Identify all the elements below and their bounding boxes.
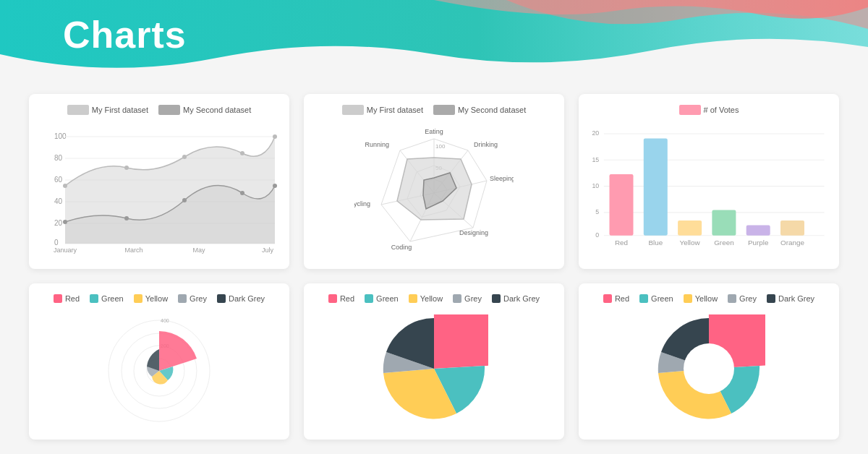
polar-legend-yellow: Yellow: [134, 294, 168, 303]
pie-legend-red: Red: [328, 294, 354, 303]
doughnut-legend-yellow: Yellow: [684, 294, 718, 303]
pie-legend-color-darkgrey: [492, 294, 501, 303]
svg-rect-59: [678, 220, 702, 236]
svg-point-75: [684, 343, 734, 394]
radar-legend-color-1: [342, 105, 364, 115]
radar-chart-legend: My First dataset My Second dataset: [342, 105, 526, 115]
polar-legend-label-green: Green: [101, 294, 124, 303]
svg-text:80: 80: [54, 154, 63, 162]
doughnut-legend-darkgrey: Dark Grey: [767, 294, 814, 303]
pie-legend-color-yellow: [409, 294, 417, 303]
doughnut-chart-legend: Red Green Yellow Grey Dark Grey: [603, 294, 814, 303]
pie-legend-label-green: Green: [376, 294, 399, 303]
polar-legend-label-yellow: Yellow: [145, 294, 168, 303]
svg-text:100: 100: [54, 132, 67, 140]
radar-chart-card: My First dataset My Second dataset: [304, 94, 564, 269]
svg-text:Green: Green: [714, 239, 734, 247]
doughnut-legend-color-grey: [728, 294, 736, 303]
svg-text:60: 60: [54, 176, 63, 184]
line-chart: 100 80 60 40 20 0: [40, 121, 278, 258]
svg-rect-60: [712, 210, 736, 236]
doughnut-legend-color-green: [639, 294, 648, 303]
polar-chart-legend: Red Green Yellow Grey Dark Grey: [54, 294, 265, 303]
svg-text:March: March: [124, 247, 142, 254]
svg-text:15: 15: [592, 156, 599, 163]
bar-legend-color-1: [679, 105, 701, 115]
radar-chart: 50 100: [354, 121, 514, 258]
bar-chart-legend: # of Votes: [679, 105, 739, 115]
doughnut-legend-label-green: Green: [651, 294, 673, 303]
polar-legend-darkgrey: Dark Grey: [217, 294, 265, 303]
svg-text:100: 100: [435, 143, 446, 150]
svg-point-14: [182, 155, 187, 159]
pie-chart: [380, 309, 488, 429]
polar-legend-color-yellow: [134, 294, 142, 303]
polar-chart: 400 200: [101, 309, 217, 429]
svg-text:40: 40: [54, 197, 63, 205]
svg-text:10: 10: [592, 182, 599, 189]
svg-text:20: 20: [592, 129, 599, 137]
legend-color-1: [67, 105, 89, 115]
pie-legend-label-red: Red: [340, 294, 354, 303]
radar-legend-label-2: My Second dataset: [458, 106, 526, 114]
legend-item-2: My Second dataset: [158, 105, 251, 115]
legend-item-1: My First dataset: [67, 105, 148, 115]
svg-text:May: May: [192, 247, 205, 254]
svg-point-20: [240, 191, 244, 195]
polar-legend-label-grey: Grey: [190, 294, 207, 303]
radar-legend-label-1: My First dataset: [367, 106, 423, 114]
pie-legend-label-darkgrey: Dark Grey: [503, 294, 540, 303]
doughnut-chart: [653, 309, 765, 429]
doughnut-legend-label-darkgrey: Dark Grey: [778, 294, 814, 303]
polar-legend-color-green: [90, 294, 98, 303]
svg-rect-62: [780, 220, 804, 236]
svg-text:Cycling: Cycling: [354, 200, 370, 207]
doughnut-legend-label-red: Red: [615, 294, 629, 303]
bar-legend-item-1: # of Votes: [679, 105, 739, 115]
pie-chart-legend: Red Green Yellow Grey Dark Grey: [328, 294, 540, 303]
doughnut-legend-color-darkgrey: [767, 294, 775, 303]
svg-text:Purple: Purple: [748, 239, 769, 247]
pie-legend-yellow: Yellow: [409, 294, 443, 303]
charts-container: My First dataset My Second dataset 100 8…: [29, 94, 839, 440]
doughnut-legend-label-grey: Grey: [739, 294, 757, 303]
svg-text:Yellow: Yellow: [679, 239, 700, 247]
svg-point-12: [63, 184, 67, 188]
doughnut-legend-grey: Grey: [728, 294, 757, 303]
legend-label-2: My Second dataset: [183, 106, 251, 114]
svg-point-13: [124, 166, 129, 170]
svg-point-15: [240, 151, 244, 155]
svg-point-16: [273, 134, 277, 139]
pie-legend-label-yellow: Yellow: [420, 294, 443, 303]
doughnut-legend-label-yellow: Yellow: [695, 294, 718, 303]
svg-text:Red: Red: [615, 239, 628, 247]
line-chart-card: My First dataset My Second dataset 100 8…: [29, 94, 289, 269]
svg-text:20: 20: [54, 219, 63, 227]
svg-text:July: July: [262, 247, 274, 254]
legend-label-1: My First dataset: [92, 106, 148, 114]
bar-chart-card: # of Votes 20 15 10 5 0: [579, 94, 839, 269]
bar-chart: 20 15 10 5 0: [590, 121, 828, 258]
polar-legend-red: Red: [54, 294, 80, 303]
svg-text:0: 0: [54, 239, 59, 247]
svg-rect-61: [746, 226, 770, 236]
polar-chart-card: Red Green Yellow Grey Dark Grey: [29, 283, 289, 440]
svg-text:Drinking: Drinking: [474, 141, 498, 148]
legend-color-2: [158, 105, 180, 115]
page-title: Charts: [63, 13, 187, 56]
doughnut-legend-color-red: [603, 294, 612, 303]
svg-text:January: January: [54, 247, 77, 254]
radar-legend-color-2: [433, 105, 455, 115]
svg-point-18: [124, 216, 129, 220]
svg-point-21: [273, 184, 277, 188]
pie-legend-grey: Grey: [453, 294, 482, 303]
bar-legend-label-1: # of Votes: [704, 106, 739, 114]
pie-legend-color-green: [365, 294, 373, 303]
pie-legend-label-grey: Grey: [464, 294, 482, 303]
pie-chart-card: Red Green Yellow Grey Dark Grey: [304, 283, 564, 440]
doughnut-legend-red: Red: [603, 294, 629, 303]
svg-rect-58: [644, 139, 668, 236]
pie-legend-color-red: [328, 294, 337, 303]
svg-text:Orange: Orange: [780, 239, 804, 247]
svg-text:Eating: Eating: [425, 128, 443, 135]
